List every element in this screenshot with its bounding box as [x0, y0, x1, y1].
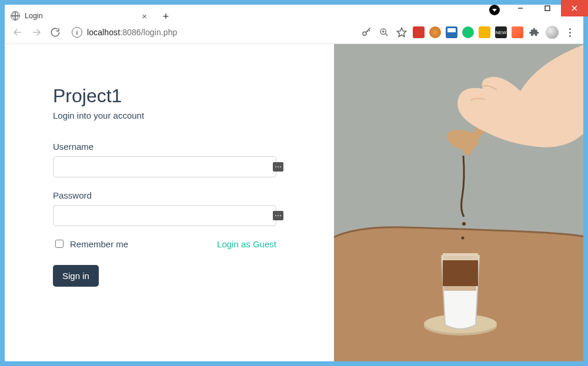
username-label: Username [53, 142, 287, 152]
login-panel: Project1 Login into your account Usernam… [5, 44, 334, 361]
nav-back-button[interactable] [9, 24, 26, 41]
window-close-button[interactable] [561, 0, 588, 16]
svg-rect-17 [444, 286, 476, 291]
window-maximize-button[interactable] [534, 0, 561, 16]
extension-icon[interactable] [446, 26, 457, 38]
extension-icon[interactable] [479, 26, 490, 38]
svg-point-19 [462, 237, 465, 240]
profile-indicator-icon[interactable] [489, 5, 500, 15]
extensions-puzzle-icon[interactable] [528, 26, 541, 39]
svg-marker-11 [397, 28, 406, 37]
nav-forward-button[interactable] [28, 24, 45, 41]
extension-icon[interactable] [413, 26, 425, 38]
site-info-icon[interactable]: i [72, 27, 82, 38]
username-input[interactable] [53, 156, 276, 177]
password-manager-icon[interactable] [273, 211, 283, 220]
window-titlebar: Login × + [0, 0, 588, 21]
sign-in-button[interactable]: Sign in [53, 265, 99, 287]
login-as-guest-link[interactable]: Login as Guest [217, 239, 276, 249]
zoom-icon[interactable] [377, 26, 390, 39]
hero-image [334, 44, 583, 361]
svg-rect-1 [545, 6, 550, 11]
remember-me[interactable]: Remember me [53, 238, 128, 250]
svg-rect-16 [443, 253, 478, 260]
tab-close-icon[interactable]: × [142, 12, 147, 21]
extension-icon[interactable] [512, 26, 523, 38]
tab-title: Login [25, 12, 43, 20]
url-text: localhost:8086/login.php [87, 28, 177, 37]
profile-avatar[interactable] [546, 26, 559, 39]
extension-icon[interactable]: NEW [495, 26, 507, 38]
password-label: Password [53, 190, 287, 200]
nav-reload-button[interactable] [47, 24, 64, 41]
key-icon[interactable] [360, 26, 373, 39]
svg-line-8 [385, 33, 387, 36]
address-bar[interactable]: i localhost:8086/login.php [66, 24, 330, 41]
extension-icon[interactable] [462, 26, 474, 38]
svg-point-18 [462, 222, 466, 226]
remember-me-label: Remember me [70, 239, 128, 249]
password-input[interactable] [53, 205, 276, 226]
window-minimize-button[interactable] [507, 0, 534, 16]
browser-menu-button[interactable] [563, 28, 576, 37]
login-subtitle: Login into your account [53, 110, 287, 120]
bookmark-star-icon[interactable] [395, 26, 408, 39]
browser-tab[interactable]: Login × [5, 6, 153, 26]
password-manager-icon[interactable] [273, 162, 283, 172]
globe-icon [11, 11, 20, 21]
new-tab-button[interactable]: + [158, 8, 174, 25]
remember-me-checkbox[interactable] [55, 240, 64, 248]
brand-title: Project1 [53, 85, 287, 107]
svg-point-6 [363, 32, 366, 35]
extension-icon[interactable] [429, 26, 441, 38]
